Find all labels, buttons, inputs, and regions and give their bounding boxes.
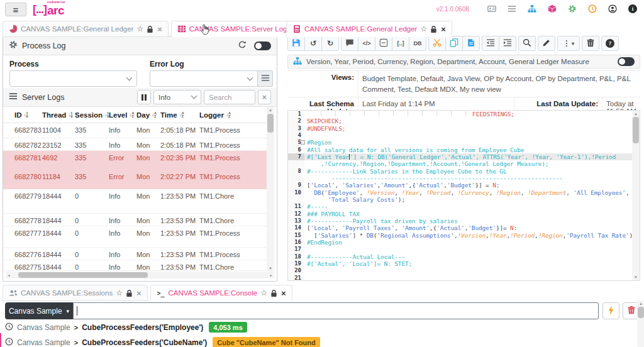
code-line-wrap[interactable]: ----------------------------------------… (304, 175, 632, 182)
scroll-down-arrow[interactable]: ▼ (632, 274, 640, 280)
cube-icon[interactable] (547, 4, 557, 14)
error-log-list-button[interactable] (257, 70, 273, 87)
table-vertical-scrollbar[interactable]: ▲ ▼ (267, 107, 274, 272)
code-line-1[interactable]: FEEDSTRINGS; (304, 111, 632, 118)
more-button[interactable]: ⋮▾ (557, 36, 580, 51)
favorite-star-icon[interactable]: ☆ (116, 289, 123, 297)
close-tab-icon[interactable]: × (441, 25, 446, 34)
code-line-19[interactable]: #['Actual', 'Local']= N: STET; (304, 260, 632, 267)
log-row-6682776[interactable]: 6682776184440InfoMon1:23:53 PMTM1.Proces… (3, 248, 267, 260)
code-line-wrap[interactable]: ,!Currency,!Region,!Department,!Account,… (304, 160, 632, 167)
scrollbar-thumb[interactable] (633, 117, 639, 143)
code-line-7[interactable]: #['Last Year'] = N: DB('General Ledger',… (304, 153, 632, 160)
log-row-6682781[interactable]: 66827814692335ErrorMon2:02:35 PMTM1.Proc… (3, 151, 267, 170)
code-line-20[interactable] (304, 267, 632, 274)
lock-icon[interactable] (270, 289, 277, 297)
log-row-6682779[interactable]: 6682779184440InfoMon1:23:53 PMTM1.Chore (3, 189, 267, 214)
code-line-9[interactable]: ['Local', 'Salaries','Amount',{'Actual',… (304, 182, 632, 189)
scrollbar-thumb[interactable] (638, 307, 644, 318)
tab-canvas-sample-general-ledger[interactable]: CANVAS SAMPLE:General Ledger☆× (3, 21, 169, 37)
log-row-6682775[interactable]: 6682775184440InfoMon1:23:53 PMTM1.Chore (3, 260, 267, 271)
column-header-id[interactable]: ID↓19 (14, 111, 42, 119)
code-line-wrap[interactable]: 'Total Salary Costs'); (304, 196, 632, 203)
cogs-icon[interactable] (567, 4, 577, 14)
delete-button[interactable] (582, 36, 599, 51)
code-line-14[interactable]: ['Local', 'Payroll Taxes', 'Amount',{'Ac… (304, 224, 632, 231)
code-line-18[interactable]: #------------Actual Local--- (304, 253, 632, 260)
edit-button[interactable] (538, 36, 555, 51)
log-row-6682782[interactable]: 668278223152335InfoMon2:05:18 PMTM1.Proc… (3, 138, 267, 151)
favorite-star-icon[interactable]: ☆ (420, 25, 427, 33)
clear-search-button[interactable]: × (258, 90, 271, 104)
paste-button[interactable] (462, 36, 480, 51)
log-row-6682783[interactable]: 668278311004335InfoMon2:05:18 PMTM1.Proc… (3, 123, 267, 138)
column-header-level[interactable]: Level↓AZ (109, 111, 136, 119)
brackets-button[interactable]: [..] (392, 36, 409, 51)
console-vertical-scrollbar[interactable]: ▲ (637, 300, 644, 347)
collapse-button[interactable] (375, 36, 392, 51)
log-row-6682777[interactable]: 6682777184440InfoMon1:23:53 PMTM1.Proces… (3, 226, 267, 248)
save-button[interactable] (287, 36, 305, 51)
code-line-17[interactable] (304, 246, 632, 253)
code-line-3[interactable]: #UNDEFVALS; (304, 125, 632, 132)
code-line-21[interactable] (304, 275, 632, 281)
code-line-5[interactable]: #Region (304, 139, 632, 146)
code-line-6[interactable]: #All salary data for all versions is com… (304, 146, 632, 153)
table-horizontal-scrollbar[interactable]: ◂ ▸ (6, 272, 274, 278)
column-header-time[interactable]: Time↓AZ (160, 111, 199, 119)
level-filter-select[interactable]: Info (153, 90, 201, 104)
column-header-day[interactable]: Day↓AZ (136, 111, 160, 119)
outdent-button[interactable] (482, 36, 499, 51)
indent-button[interactable] (499, 36, 516, 51)
refresh-icon[interactable] (238, 40, 247, 51)
code-line-8[interactable]: #------------Link Salaries in the Employ… (304, 168, 632, 175)
lock-icon[interactable] (147, 25, 153, 33)
code-line-11[interactable]: #----- (304, 203, 632, 210)
editor-vertical-scrollbar[interactable]: ▲ ▼ (632, 111, 640, 280)
code-line-13[interactable]: #------------Payroll tax driven by salar… (304, 218, 632, 224)
scroll-down-arrow[interactable]: ▼ (267, 265, 274, 272)
undo-button[interactable]: ↺ (304, 36, 322, 51)
close-tab-icon[interactable]: × (281, 289, 286, 298)
process-log-toggle[interactable] (254, 41, 271, 50)
log-row-6682780[interactable]: 668278011184335ErrorMon2:02:27 PMTM1.Pro… (3, 170, 267, 189)
error-log-select[interactable] (150, 70, 258, 87)
pause-button[interactable] (137, 90, 151, 104)
id-card-icon[interactable] (487, 4, 497, 14)
redo-button[interactable]: ↻ (321, 36, 339, 51)
lock-icon[interactable] (430, 25, 437, 33)
scroll-left-arrow[interactable]: ◂ (6, 272, 12, 278)
copy-button[interactable] (445, 36, 463, 51)
cut-button[interactable] (428, 36, 446, 51)
scroll-up-arrow[interactable]: ▲ (267, 107, 274, 113)
hamburger-menu-button[interactable]: ≡ (5, 3, 26, 16)
clock-icon[interactable] (587, 4, 597, 14)
scrollbar-thumb[interactable] (18, 272, 148, 278)
code-line-16[interactable]: #EndRegion (304, 239, 632, 246)
favorite-star-icon[interactable]: ☆ (260, 289, 267, 297)
column-header-session[interactable]: Session↓19 (75, 111, 109, 119)
scope-dropdown-button[interactable]: Canvas Sample ▾ (5, 302, 73, 319)
search-button[interactable] (518, 36, 536, 51)
scroll-up-arrow[interactable]: ▲ (632, 111, 640, 117)
code-line-4[interactable] (304, 132, 632, 139)
list-icon[interactable] (507, 4, 517, 14)
help-button[interactable]: ? (601, 36, 619, 51)
tab-canvas-sample-sessions[interactable]: CANVAS SAMPLE:Sessions☆× (3, 285, 148, 301)
rule-code-editor[interactable]: 123456789101112131415161718192021 FEEDST… (287, 110, 640, 281)
tab-canvas-sample-console[interactable]: >_CANVAS SAMPLE:Console☆× (150, 285, 292, 301)
column-header-logger[interactable]: Logger↓AZ (199, 111, 256, 119)
scrollbar-thumb[interactable] (267, 114, 274, 133)
code-line-15[interactable]: ['Salaries'] * DB('Regional Assumptions'… (304, 232, 632, 239)
tab-canvas-sample-general-ledger[interactable]: CANVAS SAMPLE:General Ledger☆× (286, 21, 452, 37)
lock-icon[interactable] (126, 289, 133, 297)
code-line-10[interactable]: DB('Employee', !Version, !Year, !Period,… (304, 189, 632, 196)
process-select[interactable] (9, 70, 137, 87)
console-command-input[interactable] (73, 302, 599, 319)
log-row-6682778[interactable]: 6682778184440InfoMon1:23:53 PMTM1.Chore (3, 214, 267, 226)
search-input[interactable] (204, 90, 255, 104)
code-line-2[interactable]: SKIPCHECK; (304, 118, 632, 124)
code-button[interactable]: </> (358, 36, 375, 51)
comment-button[interactable] (341, 36, 358, 51)
user-icon[interactable] (608, 4, 618, 14)
